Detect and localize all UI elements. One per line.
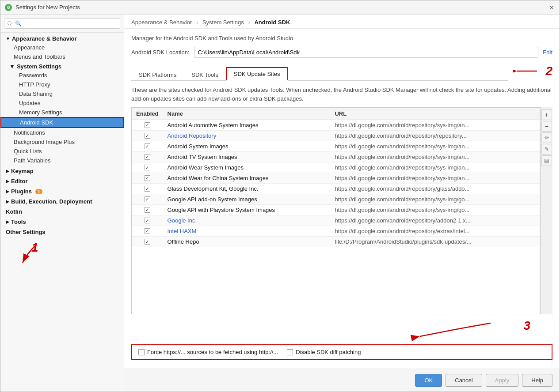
name-cell: Google Inc. [163,215,331,226]
name-cell: Android Repository [163,131,331,141]
edit-row-button[interactable]: ✏ [541,132,552,143]
sidebar-item-appearance-behavior[interactable]: ▼ Appearance & Behavior [0,33,124,43]
cancel-button[interactable]: Cancel [446,374,482,387]
sidebar-item-updates[interactable]: Updates [0,98,124,108]
name-cell: Android TV System Images [163,152,331,162]
url-cell: https://dl.google.com/android/repository… [330,141,540,152]
tab-sdk-update-sites[interactable]: SDK Update Sites [226,67,288,81]
apply-button[interactable]: Apply [486,374,519,387]
ok-button[interactable]: OK [415,374,442,387]
sidebar-item-plugins[interactable]: ▶ Plugins 1 [0,185,124,196]
enabled-checkbox[interactable] [145,165,150,170]
name-cell: Google API with Playstore System Images [163,205,331,215]
close-button[interactable]: ✕ [548,4,555,11]
table-row: Android System Imageshttps://dl.google.c… [132,141,540,152]
edit-link[interactable]: Edit [543,49,552,56]
enabled-checkbox[interactable] [145,186,150,192]
sidebar-item-appearance[interactable]: Appearance [0,43,124,52]
disable-sdk-row: Disable SDK diff patching [287,349,361,355]
enabled-checkbox[interactable] [145,154,150,160]
main-content: ▼ Appearance & Behavior Appearance Menus… [0,15,560,392]
force-https-label: Force https://... sources to be fetched … [147,349,278,355]
sidebar-item-data-sharing[interactable]: Data Sharing [0,89,124,98]
enabled-checkbox[interactable] [145,143,150,149]
expand-arrow: ▶ [6,169,9,173]
enabled-cell [132,131,163,141]
bc-part-2: System Settings [202,19,244,26]
enabled-cell [132,184,163,194]
section-label: Tools [11,219,26,225]
sidebar-item-quick-lists[interactable]: Quick Lists [0,147,124,156]
remove-row-button[interactable]: − [541,121,552,132]
enabled-checkbox[interactable] [145,207,150,213]
enabled-checkbox[interactable] [145,133,150,139]
view-button[interactable]: ▤ [541,155,552,166]
enabled-cell [132,173,163,184]
url-cell: file:/D:/Program/AndroidStudio/plugins/s… [330,237,540,247]
enabled-cell [132,215,163,226]
sidebar-item-menus-toolbars[interactable]: Menus and Toolbars [0,52,124,61]
sidebar-item-notifications[interactable]: Notifications [0,128,124,137]
item-label: Appearance [14,44,45,51]
sdk-location-row: Android SDK Location: Edit [131,47,552,58]
name-cell: Intel HAXM [163,226,331,237]
url-cell: https://dl.google.com/android/repository… [330,173,540,184]
sdk-location-input[interactable] [194,47,538,58]
annotation-num-3: 3 [523,319,530,333]
sidebar-item-tools[interactable]: ▶ Tools [0,216,124,226]
tab-sdk-platforms[interactable]: SDK Platforms [131,68,184,81]
annotation-arrow-3 [376,319,508,341]
enabled-cell [132,162,163,173]
url-cell: https://dl.google.com/android/repository… [330,215,540,226]
sidebar-item-other-settings[interactable]: Other Settings [0,226,124,236]
table-row: Google Inc.https://dl.google.com/android… [132,215,540,226]
right-panel: Appearance & Behavior › System Settings … [124,15,560,392]
search-input[interactable] [4,18,120,29]
section-label: Other Settings [6,229,46,235]
enabled-checkbox[interactable] [145,218,150,223]
tab-description: These are the sites checked for Android … [131,81,552,103]
item-label: HTTP Proxy [19,81,50,88]
item-label: Path Variables [14,157,51,164]
item-label: Menus and Toolbars [14,53,65,60]
enabled-checkbox[interactable] [145,122,150,128]
sidebar-item-keymap[interactable]: ▶ Keymap [0,165,124,175]
disable-sdk-checkbox[interactable] [287,349,293,355]
url-cell: https://dl.google.com/android/repository… [330,162,540,173]
col-header-enabled: Enabled [132,108,163,120]
table-row: Android Repositoryhttps://dl.google.com/… [132,131,540,141]
sdk-location-label: Android SDK Location: [131,49,190,56]
disable-sdk-label: Disable SDK diff patching [296,349,361,355]
enabled-checkbox[interactable] [145,196,150,202]
name-cell: Android Wear for China System Images [163,173,331,184]
sidebar-item-background-image[interactable]: Background Image Plus [0,137,124,147]
panel-description: Manager for the Android SDK and Tools us… [131,35,552,41]
enabled-checkbox[interactable] [145,175,150,181]
sidebar-item-memory-settings[interactable]: Memory Settings [0,108,124,117]
item-label: Updates [19,100,40,106]
item-label: Background Image Plus [14,139,75,145]
enabled-checkbox[interactable] [145,228,150,234]
sidebar-item-http-proxy[interactable]: HTTP Proxy [0,80,124,89]
sidebar-item-passwords[interactable]: Passwords [0,71,124,80]
tab-sdk-tools[interactable]: SDK Tools [184,68,225,81]
bc-part-1: Appearance & Behavior [131,19,192,26]
subsection-label: System Settings [17,63,61,70]
force-https-checkbox[interactable] [138,349,145,355]
add-row-button[interactable]: + [541,109,552,120]
item-label: Quick Lists [14,148,42,155]
sidebar-item-system-settings[interactable]: ▼ System Settings [0,61,124,71]
sidebar-item-path-variables[interactable]: Path Variables [0,156,124,165]
expand-arrow: ▶ [6,199,9,204]
sidebar-item-build-exec[interactable]: ▶ Build, Execution, Deployment [0,196,124,206]
expand-arrow: ▼ [6,36,10,41]
sidebar-item-kotlin[interactable]: Kotlin [0,206,124,216]
help-button[interactable]: Help [522,374,552,387]
sidebar-item-editor[interactable]: ▶ Editor [0,175,124,185]
section-label: Keymap [11,168,34,174]
edit-alt-button[interactable]: ✎ [541,144,552,155]
enabled-checkbox[interactable] [145,239,150,245]
name-cell: Android System Images [163,141,331,152]
sidebar-item-android-sdk[interactable]: Android SDK [0,117,124,128]
expand-arrow: ▶ [6,219,9,224]
